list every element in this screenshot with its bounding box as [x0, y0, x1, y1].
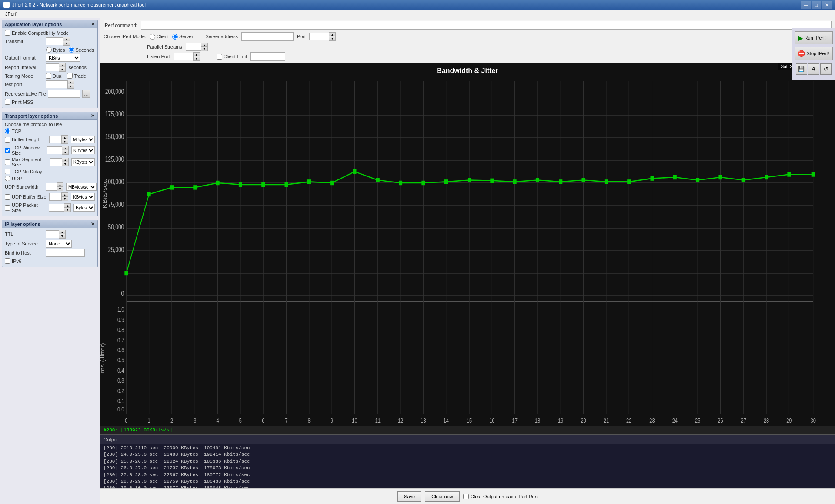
stop-button[interactable]: ⛔ Stop IPerf! [795, 47, 833, 60]
buffer-length-label[interactable]: Buffer Length [5, 137, 40, 143]
transmit-input[interactable]: 30 [46, 37, 63, 45]
client-radio-label[interactable]: Client [150, 34, 169, 40]
udp-packet-down[interactable]: ▼ [64, 208, 70, 212]
close-button[interactable]: ✕ [822, 1, 832, 9]
enable-compat-label[interactable]: Enable Compatibility Mode [5, 30, 69, 36]
test-port-input[interactable]: 5,001 [46, 80, 67, 88]
udp-packet-label[interactable]: UDP Packet Size [5, 202, 47, 213]
tcp-window-label[interactable]: TCP Window Size [5, 145, 45, 156]
tcp-radio-label[interactable]: TCP [5, 128, 21, 134]
report-interval-up[interactable]: ▲ [59, 63, 65, 67]
tcp-window-spinner[interactable]: 512 ▲ ▼ [47, 146, 69, 155]
tcp-window-up[interactable]: ▲ [62, 146, 68, 150]
print-mss-checkbox[interactable] [5, 99, 10, 105]
udp-buffer-unit-select[interactable]: KBytes [71, 193, 95, 201]
tcp-window-unit-select[interactable]: KBytes [71, 146, 95, 154]
clear-each-label[interactable]: Clear Output on each IPerf Run [463, 494, 538, 499]
udp-buffer-checkbox[interactable] [5, 194, 10, 200]
buffer-length-unit-select[interactable]: MBytes [71, 136, 95, 143]
ipv6-checkbox[interactable] [5, 258, 10, 264]
minimize-button[interactable]: — [801, 1, 811, 9]
ttl-up[interactable]: ▲ [59, 230, 65, 234]
bind-input[interactable] [46, 249, 85, 257]
clear-each-checkbox[interactable] [463, 494, 469, 499]
browse-button[interactable]: ... [82, 90, 90, 98]
client-limit-checkbox[interactable] [217, 54, 222, 60]
udp-bandwidth-unit-select[interactable]: MBytes/sec [66, 183, 97, 191]
udp-packet-spinner[interactable]: 1,500 ▲ ▼ [49, 203, 71, 212]
report-interval-spinner[interactable]: 1 ▲ ▼ [46, 63, 66, 72]
udp-buffer-up[interactable]: ▲ [62, 193, 68, 197]
transmit-up[interactable]: ▲ [63, 37, 70, 41]
buffer-length-spinner[interactable]: 2 ▲ ▼ [49, 135, 68, 144]
ttl-down[interactable]: ▼ [59, 234, 65, 238]
parallel-streams-spinner[interactable]: 1 ▲ ▼ [186, 43, 208, 51]
menu-jperf[interactable]: JPerf [2, 10, 20, 17]
port-up[interactable]: ▲ [329, 33, 335, 36]
udp-bandwidth-input[interactable]: 1 [46, 183, 57, 191]
parallel-streams-input[interactable]: 1 [186, 43, 201, 51]
port-spinner[interactable]: 5,001 ▲ ▼ [309, 32, 336, 41]
max-segment-label[interactable]: Max Segment Size [5, 157, 48, 167]
server-address-input[interactable]: 192.168.1.136 [241, 32, 294, 41]
run-button[interactable]: ▶ Run IPerf! [795, 31, 833, 44]
tcp-window-checkbox[interactable] [5, 148, 10, 153]
bytes-radio-label[interactable]: Bytes [46, 47, 65, 53]
udp-buffer-input[interactable]: 41 [49, 193, 61, 201]
max-segment-input[interactable]: 1 [50, 158, 62, 166]
command-input[interactable]: bin/iperf.exe -s -P 0 -i 1 -p 5001 -w 51… [141, 21, 832, 30]
buffer-down[interactable]: ▼ [62, 139, 68, 143]
parallel-down[interactable]: ▼ [201, 47, 207, 51]
ipv6-label[interactable]: IPv6 [5, 258, 21, 264]
maximize-button[interactable]: □ [812, 1, 821, 9]
udp-bandwidth-spinner[interactable]: 1 ▲ ▼ [46, 182, 63, 191]
tcp-radio[interactable] [5, 128, 10, 134]
tcp-no-delay-checkbox[interactable] [5, 169, 10, 174]
max-segment-down[interactable]: ▼ [62, 162, 68, 166]
clear-now-button[interactable]: Clear now [425, 491, 460, 502]
rep-file-input[interactable] [48, 90, 80, 98]
listen-port-down[interactable]: ▼ [194, 56, 200, 60]
udp-packet-up[interactable]: ▲ [64, 204, 70, 208]
udp-buffer-spinner[interactable]: 41 ▲ ▼ [49, 192, 68, 201]
trade-label[interactable]: Trade [67, 73, 86, 79]
tcp-no-delay-label[interactable]: TCP No Delay [5, 169, 42, 174]
test-port-up[interactable]: ▲ [68, 80, 74, 84]
seconds-radio[interactable] [69, 47, 74, 53]
save-button[interactable]: Save [397, 491, 421, 502]
client-mode-radio[interactable] [150, 34, 155, 40]
bytes-radio[interactable] [46, 47, 52, 53]
print-icon-button[interactable]: 🖨 [808, 63, 819, 75]
tcp-window-input[interactable]: 512 [47, 146, 62, 154]
test-port-spinner[interactable]: 5,001 ▲ ▼ [46, 80, 74, 89]
transmit-spinner[interactable]: 30 ▲ ▼ [46, 37, 70, 46]
server-radio-label[interactable]: Server [172, 34, 193, 40]
app-layer-header[interactable]: Application layer options ✕ [2, 20, 97, 28]
print-mss-label[interactable]: Print MSS [5, 99, 33, 105]
dual-label[interactable]: Dual [46, 73, 63, 79]
refresh-icon-button[interactable]: ↺ [820, 63, 832, 75]
parallel-up[interactable]: ▲ [201, 43, 207, 47]
max-segment-unit-select[interactable]: KBytes [71, 158, 95, 166]
ttl-spinner[interactable]: 1 ▲ ▼ [46, 230, 66, 239]
tos-select[interactable]: None [46, 240, 72, 248]
max-segment-checkbox[interactable] [5, 159, 10, 165]
listen-port-input[interactable]: 5,001 [174, 53, 193, 60]
port-input[interactable]: 5,001 [309, 33, 329, 40]
save-icon-button[interactable]: 💾 [796, 63, 807, 75]
udp-bw-up[interactable]: ▲ [57, 183, 63, 187]
seconds-radio-label[interactable]: Seconds [69, 47, 94, 53]
enable-compat-checkbox[interactable] [5, 30, 10, 36]
report-interval-down[interactable]: ▼ [59, 67, 65, 71]
max-segment-spinner[interactable]: 1 ▲ ▼ [50, 158, 69, 166]
udp-packet-checkbox[interactable] [5, 205, 10, 211]
udp-packet-unit-select[interactable]: Bytes [73, 204, 95, 212]
listen-port-up[interactable]: ▲ [194, 53, 200, 56]
test-port-down[interactable]: ▼ [68, 84, 74, 88]
client-limit-label[interactable]: Client Limit [217, 54, 247, 60]
window-controls[interactable]: — □ ✕ [801, 1, 832, 9]
output-format-select[interactable]: KBits [46, 54, 80, 62]
listen-port-spinner[interactable]: 5,001 ▲ ▼ [174, 52, 200, 61]
client-limit-input[interactable] [250, 52, 285, 61]
ip-layer-header[interactable]: IP layer options ✕ [2, 220, 97, 228]
